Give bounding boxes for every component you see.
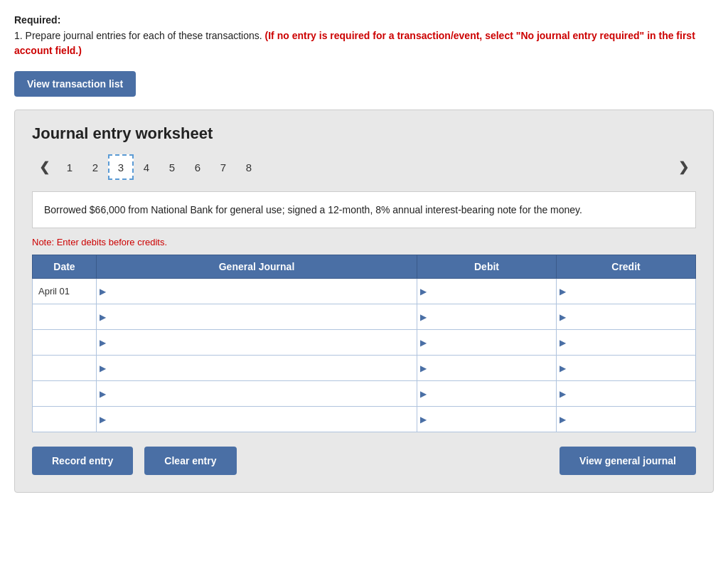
debit-input-2[interactable] — [428, 309, 553, 325]
date-cell-3 — [33, 330, 97, 356]
button-row: Record entry Clear entry View general jo… — [32, 447, 696, 475]
journal-cell-2[interactable]: ▶ — [97, 304, 417, 330]
journal-table: Date General Journal Debit Credit April … — [32, 255, 696, 432]
debit-cell-6[interactable]: ▶ — [417, 407, 557, 432]
col-date: Date — [33, 255, 97, 279]
tab-1[interactable]: 1 — [57, 154, 82, 180]
credit-cell-4[interactable]: ▶ — [557, 356, 696, 381]
tab-6[interactable]: 6 — [185, 154, 210, 180]
date-cell-4 — [33, 356, 97, 381]
required-title: Required: — [14, 14, 714, 26]
col-journal: General Journal — [97, 255, 417, 279]
table-row: ▶ ▶ ▶ — [33, 381, 696, 407]
date-cell-2 — [33, 304, 97, 330]
journal-input-4[interactable] — [107, 360, 414, 376]
required-line1: 1. Prepare journal entries for each of t… — [14, 30, 262, 41]
credit-arrow-2: ▶ — [560, 312, 566, 322]
debit-arrow-2: ▶ — [420, 312, 427, 322]
required-section: Required: 1. Prepare journal entries for… — [14, 14, 714, 58]
row-arrow-5: ▶ — [100, 389, 106, 399]
journal-input-6[interactable] — [107, 411, 414, 427]
col-debit: Debit — [417, 255, 557, 279]
debit-cell-4[interactable]: ▶ — [417, 356, 557, 381]
tab-2[interactable]: 2 — [82, 154, 108, 180]
view-general-journal-button[interactable]: View general journal — [560, 447, 696, 475]
journal-cell-4[interactable]: ▶ — [97, 356, 417, 381]
row-arrow-4: ▶ — [100, 363, 106, 373]
row-arrow-6: ▶ — [100, 415, 106, 425]
credit-arrow-6: ▶ — [560, 415, 566, 425]
credit-input-6[interactable] — [567, 411, 692, 427]
row-arrow-1: ▶ — [100, 287, 106, 297]
credit-arrow-4: ▶ — [560, 363, 566, 373]
required-body: 1. Prepare journal entries for each of t… — [14, 28, 714, 58]
debit-input-6[interactable] — [428, 411, 553, 427]
worksheet-container: Journal entry worksheet ❮ 1 2 3 4 5 6 7 … — [14, 110, 714, 493]
credit-arrow-3: ▶ — [560, 338, 566, 348]
credit-input-5[interactable] — [567, 385, 692, 402]
transaction-description: Borrowed $66,000 from National Bank for … — [32, 191, 696, 228]
debit-input-5[interactable] — [428, 385, 553, 402]
tab-4[interactable]: 4 — [134, 154, 159, 180]
journal-cell-3[interactable]: ▶ — [97, 330, 417, 356]
row-arrow-2: ▶ — [100, 312, 106, 322]
journal-cell-1[interactable]: ▶ — [97, 279, 417, 304]
tab-5[interactable]: 5 — [159, 154, 185, 180]
journal-cell-6[interactable]: ▶ — [97, 407, 417, 432]
journal-cell-5[interactable]: ▶ — [97, 381, 417, 407]
journal-input-3[interactable] — [107, 334, 414, 351]
debit-arrow-4: ▶ — [420, 363, 427, 373]
col-credit: Credit — [557, 255, 696, 279]
table-row: ▶ ▶ ▶ — [33, 330, 696, 356]
debit-arrow-3: ▶ — [420, 338, 427, 348]
prev-tab-button[interactable]: ❮ — [32, 156, 57, 178]
tab-3[interactable]: 3 — [108, 154, 134, 180]
credit-cell-2[interactable]: ▶ — [557, 304, 696, 330]
clear-entry-button[interactable]: Clear entry — [144, 447, 236, 475]
credit-cell-3[interactable]: ▶ — [557, 330, 696, 356]
date-cell-1: April 01 — [33, 279, 97, 304]
credit-input-3[interactable] — [567, 334, 692, 351]
credit-arrow-5: ▶ — [560, 389, 566, 399]
debit-arrow-6: ▶ — [420, 415, 427, 425]
credit-input-4[interactable] — [567, 360, 692, 376]
view-transaction-button[interactable]: View transaction list — [14, 71, 136, 97]
table-row: ▶ ▶ ▶ — [33, 407, 696, 432]
table-row: ▶ ▶ ▶ — [33, 356, 696, 381]
debit-cell-2[interactable]: ▶ — [417, 304, 557, 330]
credit-input-1[interactable] — [567, 283, 692, 299]
record-entry-button[interactable]: Record entry — [32, 447, 133, 475]
tab-7[interactable]: 7 — [210, 154, 236, 180]
journal-input-5[interactable] — [107, 385, 414, 402]
credit-arrow-1: ▶ — [560, 287, 566, 297]
journal-input-2[interactable] — [107, 309, 414, 325]
journal-input-1[interactable] — [107, 283, 414, 299]
credit-cell-1[interactable]: ▶ — [557, 279, 696, 304]
next-tab-button[interactable]: ❯ — [671, 156, 696, 178]
date-cell-6 — [33, 407, 97, 432]
debit-arrow-5: ▶ — [420, 389, 427, 399]
date-cell-5 — [33, 381, 97, 407]
note-text: Note: Enter debits before credits. — [32, 237, 696, 247]
debit-input-1[interactable] — [428, 283, 553, 299]
tab-navigation: ❮ 1 2 3 4 5 6 7 8 ❯ — [32, 154, 696, 180]
tab-8[interactable]: 8 — [236, 154, 262, 180]
debit-cell-5[interactable]: ▶ — [417, 381, 557, 407]
table-row: ▶ ▶ ▶ — [33, 304, 696, 330]
debit-input-3[interactable] — [428, 334, 553, 351]
debit-input-4[interactable] — [428, 360, 553, 376]
credit-cell-5[interactable]: ▶ — [557, 381, 696, 407]
debit-arrow-1: ▶ — [420, 287, 427, 297]
worksheet-title: Journal entry worksheet — [32, 124, 696, 143]
credit-cell-6[interactable]: ▶ — [557, 407, 696, 432]
debit-cell-3[interactable]: ▶ — [417, 330, 557, 356]
row-arrow-3: ▶ — [100, 338, 106, 348]
debit-cell-1[interactable]: ▶ — [417, 279, 557, 304]
table-row: April 01 ▶ ▶ ▶ — [33, 279, 696, 304]
credit-input-2[interactable] — [567, 309, 692, 325]
